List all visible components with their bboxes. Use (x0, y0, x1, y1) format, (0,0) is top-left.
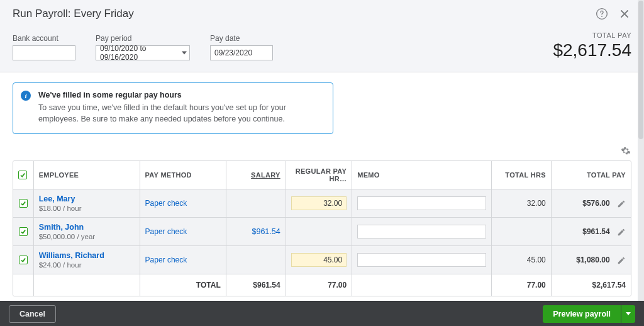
totals-salary: $961.54 (226, 274, 286, 296)
total-hrs-value: 45.00 (527, 256, 546, 264)
col-total-pay: TOTAL PAY (551, 161, 631, 189)
total-pay-block: TOTAL PAY $2,617.54 (553, 31, 631, 60)
totals-label: TOTAL (140, 274, 226, 296)
preview-dropdown-button[interactable] (621, 305, 635, 323)
row-checkbox[interactable] (19, 256, 28, 264)
row-checkbox[interactable] (19, 227, 28, 236)
help-icon[interactable] (595, 7, 609, 21)
pencil-icon[interactable] (617, 256, 626, 265)
bank-account-label: Bank account (13, 34, 75, 43)
close-icon[interactable] (618, 7, 631, 21)
chevron-down-icon (626, 312, 631, 315)
employee-rate: $24.00 / hour (39, 261, 135, 269)
chevron-down-icon (182, 52, 187, 55)
total-pay-label: TOTAL PAY (553, 31, 631, 39)
totals-regular: 77.00 (286, 274, 352, 296)
employee-name-link[interactable]: Lee, Mary (39, 194, 135, 203)
page-title: Run Payroll: Every Friday (13, 8, 586, 20)
employee-name-link[interactable]: Smith, John (39, 223, 135, 232)
cancel-button[interactable]: Cancel (9, 305, 56, 323)
scrollbar-thumb[interactable] (638, 1, 643, 139)
total-pay-value: $576.00 (582, 199, 609, 208)
scrollbar[interactable] (638, 0, 644, 301)
info-body: To save you time, we've filled in the de… (38, 102, 323, 125)
col-total-hrs: TOTAL HRS (491, 161, 551, 189)
employee-grid: EMPLOYEE PAY METHOD SALARY REGULAR PAY H… (13, 160, 631, 296)
employee-rate: $50,000.00 / year (39, 233, 135, 240)
employee-rate: $18.00 / hour (39, 205, 135, 212)
svg-point-1 (601, 16, 602, 17)
table-row: Lee, Mary $18.00 / hour Paper check 32.0… (13, 189, 631, 218)
pay-period-value: 09/10/2020 to 09/16/2020 (100, 44, 175, 62)
col-memo: MEMO (352, 161, 492, 189)
pay-method-link[interactable]: Paper check (145, 199, 187, 208)
totals-pay: $2,617.54 (551, 274, 631, 296)
title-bar: Run Payroll: Every Friday (0, 0, 644, 23)
salary-value[interactable]: $961.54 (252, 227, 280, 236)
pay-method-link[interactable]: Paper check (145, 256, 187, 264)
regular-hours-input[interactable]: 45.00 (291, 253, 347, 267)
memo-input[interactable] (357, 196, 486, 210)
select-all-checkbox[interactable] (18, 171, 27, 179)
bank-account-field: Bank account (13, 34, 75, 60)
info-icon: i (21, 91, 31, 101)
total-pay-value: $1,080.00 (576, 256, 609, 264)
info-box: i We've filled in some regular pay hours… (13, 82, 333, 134)
employee-name-link[interactable]: Williams, Richard (39, 251, 135, 260)
col-salary[interactable]: SALARY (226, 161, 286, 189)
table-row: Williams, Richard $24.00 / hour Paper ch… (13, 246, 631, 274)
memo-input[interactable] (357, 253, 486, 267)
gear-icon[interactable] (620, 145, 631, 157)
col-regular: REGULAR PAY HR… (286, 161, 352, 189)
pay-method-link[interactable]: Paper check (145, 227, 187, 236)
main-area: i We've filled in some regular pay hours… (0, 72, 644, 324)
pay-period-select[interactable]: 09/10/2020 to 09/16/2020 (96, 45, 190, 60)
total-hrs-value: 32.00 (527, 199, 546, 208)
regular-hours-input[interactable]: 32.00 (291, 196, 347, 210)
pencil-icon[interactable] (617, 228, 626, 237)
total-pay-value: $961.54 (582, 227, 609, 236)
col-employee: EMPLOYEE (33, 161, 140, 189)
pay-date-label: Pay date (210, 34, 273, 43)
pencil-icon[interactable] (617, 200, 626, 208)
pay-period-label: Pay period (96, 34, 190, 43)
info-title: We've filled in some regular pay hours (38, 91, 323, 99)
pay-date-field: Pay date 09/23/2020 (210, 34, 273, 60)
row-checkbox[interactable] (19, 199, 28, 208)
col-pay-method: PAY METHOD (140, 161, 226, 189)
total-pay-amount: $2,617.54 (553, 40, 631, 60)
table-row: Smith, John $50,000.00 / year Paper chec… (13, 218, 631, 246)
preview-payroll-button[interactable]: Preview payroll (543, 305, 621, 323)
bank-account-input[interactable] (13, 45, 75, 60)
pay-date-input[interactable]: 09/23/2020 (210, 45, 273, 60)
totals-hrs: 77.00 (491, 274, 551, 296)
footer-bar: Cancel Preview payroll (0, 301, 644, 326)
pay-period-field: Pay period 09/10/2020 to 09/16/2020 (96, 34, 190, 60)
filters-row: Bank account Pay period 09/10/2020 to 09… (0, 23, 644, 72)
memo-input[interactable] (357, 225, 486, 239)
